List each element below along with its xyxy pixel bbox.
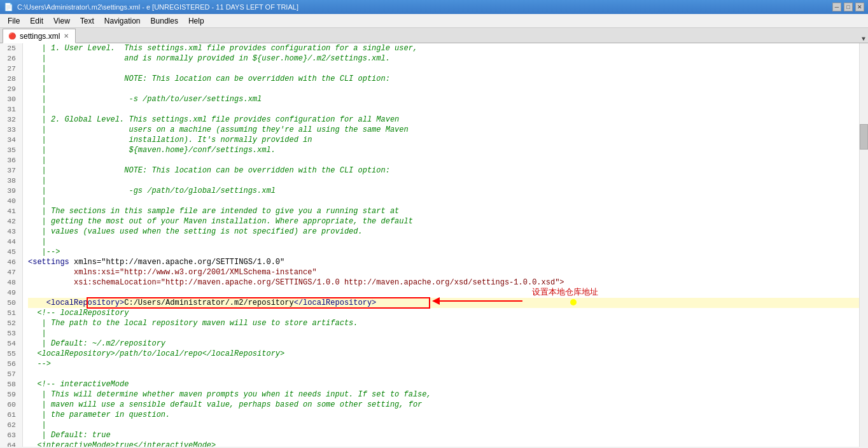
xml-icon: 🔴 bbox=[8, 32, 16, 39]
code-line-25: | 1. User Level. This settings.xml file … bbox=[28, 43, 859, 53]
line-number-39: 39 bbox=[0, 186, 18, 196]
code-line-49 bbox=[28, 288, 859, 298]
line-number-34: 34 bbox=[0, 135, 18, 145]
line-number-37: 37 bbox=[0, 165, 18, 176]
line-number-38: 38 bbox=[0, 176, 18, 186]
line-number-26: 26 bbox=[0, 53, 18, 64]
code-line-60: | maven will use a sensible default valu… bbox=[28, 400, 859, 410]
code-line-48: xsi:schemaLocation="http://maven.apache.… bbox=[28, 277, 859, 288]
editor: 2526272829303132333435363738394041424344… bbox=[0, 43, 868, 447]
line-number-48: 48 bbox=[0, 277, 18, 288]
code-line-39: | -gs /path/to/global/settings.xml bbox=[28, 186, 859, 196]
tab-label: settings.xml bbox=[20, 32, 60, 41]
code-line-34: | installation). It's normally provided … bbox=[28, 135, 859, 145]
code-line-63: | Default: true bbox=[28, 430, 859, 440]
tab-settings-xml[interactable]: 🔴 settings.xml ✕ bbox=[3, 29, 76, 43]
code-line-27: | bbox=[28, 64, 859, 74]
line-number-55: 55 bbox=[0, 349, 18, 359]
code-line-55: <localRepository>/path/to/local/repo</lo… bbox=[28, 349, 859, 359]
line-number-36: 36 bbox=[0, 155, 18, 165]
code-line-56: --> bbox=[28, 359, 859, 369]
line-number-53: 53 bbox=[0, 328, 18, 339]
code-line-59: | This will determine whether maven prom… bbox=[28, 389, 859, 400]
code-lines: | 1. User Level. This settings.xml file … bbox=[28, 43, 859, 447]
code-line-54: | Default: ~/.m2/repository bbox=[28, 339, 859, 349]
tab-close-button[interactable]: ✕ bbox=[64, 32, 69, 39]
code-line-61: | the parameter in question. bbox=[28, 410, 859, 420]
code-line-35: | ${maven.home}/conf/settings.xml. bbox=[28, 145, 859, 155]
code-line-41: | The sections in this sample file are i… bbox=[28, 206, 859, 216]
line-number-59: 59 bbox=[0, 389, 18, 400]
menu-view[interactable]: View bbox=[48, 15, 75, 27]
line-number-40: 40 bbox=[0, 196, 18, 206]
app-icon: 📄 bbox=[4, 3, 13, 11]
scrollbar-thumb[interactable] bbox=[860, 124, 868, 150]
code-line-46: <settings xmlns="http://maven.apache.org… bbox=[28, 257, 859, 267]
code-line-52: | The path to the local repository maven… bbox=[28, 318, 859, 328]
line-number-31: 31 bbox=[0, 104, 18, 115]
line-number-45: 45 bbox=[0, 247, 18, 257]
line-number-25: 25 bbox=[0, 43, 18, 53]
code-line-40: | bbox=[28, 196, 859, 206]
code-line-29: | bbox=[28, 84, 859, 94]
tab-bar: 🔴 settings.xml ✕ ▼ bbox=[0, 28, 868, 43]
line-number-58: 58 bbox=[0, 379, 18, 389]
line-number-29: 29 bbox=[0, 84, 18, 94]
code-line-33: | users on a machine (assuming they're a… bbox=[28, 125, 859, 135]
title-bar-controls[interactable]: ─ □ ✕ bbox=[832, 3, 864, 11]
line-number-35: 35 bbox=[0, 145, 18, 155]
line-number-51: 51 bbox=[0, 308, 18, 318]
scrollbar[interactable] bbox=[859, 43, 868, 447]
line-number-62: 62 bbox=[0, 420, 18, 430]
minimize-button[interactable]: ─ bbox=[832, 3, 841, 11]
menu-text[interactable]: Text bbox=[75, 15, 99, 27]
line-number-50: 50 bbox=[0, 298, 18, 308]
code-line-62: | bbox=[28, 420, 859, 430]
code-line-42: | getting the most out of your Maven ins… bbox=[28, 216, 859, 227]
line-number-60: 60 bbox=[0, 400, 18, 410]
line-number-56: 56 bbox=[0, 359, 18, 369]
line-number-41: 41 bbox=[0, 206, 18, 216]
maximize-button[interactable]: □ bbox=[844, 3, 853, 11]
line-number-61: 61 bbox=[0, 410, 18, 420]
title-bar-left: 📄 C:\Users\Administrator\.m2\settings.xm… bbox=[4, 3, 298, 11]
code-line-50: <localRepository>C:/Users/Administrator/… bbox=[28, 298, 859, 308]
line-number-33: 33 bbox=[0, 125, 18, 135]
line-number-64: 64 bbox=[0, 440, 18, 447]
code-content[interactable]: | 1. User Level. This settings.xml file … bbox=[23, 43, 859, 447]
line-number-47: 47 bbox=[0, 267, 18, 277]
code-line-38: | bbox=[28, 176, 859, 186]
line-number-63: 63 bbox=[0, 430, 18, 440]
code-line-36: | bbox=[28, 155, 859, 165]
code-line-47: xmlns:xsi="http://www.w3.org/2001/XMLSch… bbox=[28, 267, 859, 277]
menu-bar: File Edit View Text Navigation Bundles H… bbox=[0, 14, 868, 28]
close-button[interactable]: ✕ bbox=[855, 3, 864, 11]
line-number-42: 42 bbox=[0, 216, 18, 227]
line-number-43: 43 bbox=[0, 227, 18, 237]
line-number-44: 44 bbox=[0, 237, 18, 247]
title-bar-text: C:\Users\Administrator\.m2\settings.xml … bbox=[17, 3, 298, 11]
menu-file[interactable]: File bbox=[3, 15, 25, 27]
code-line-45: |--> bbox=[28, 247, 859, 257]
menu-help[interactable]: Help bbox=[183, 15, 209, 27]
code-line-58: <!-- interactiveMode bbox=[28, 379, 859, 389]
menu-navigation[interactable]: Navigation bbox=[99, 15, 146, 27]
tab-arrow[interactable]: ▼ bbox=[859, 36, 868, 43]
code-line-32: | 2. Global Level. This settings.xml fil… bbox=[28, 115, 859, 125]
code-line-31: | bbox=[28, 104, 859, 115]
menu-bundles[interactable]: Bundles bbox=[146, 15, 183, 27]
code-line-44: | bbox=[28, 237, 859, 247]
line-number-27: 27 bbox=[0, 64, 18, 74]
code-line-37: | NOTE: This location can be overridden … bbox=[28, 165, 859, 176]
title-bar: 📄 C:\Users\Administrator\.m2\settings.xm… bbox=[0, 0, 868, 14]
code-line-26: | and is normally provided in ${user.hom… bbox=[28, 53, 859, 64]
line-number-32: 32 bbox=[0, 115, 18, 125]
line-number-57: 57 bbox=[0, 369, 18, 379]
menu-edit[interactable]: Edit bbox=[25, 15, 48, 27]
line-number-49: 49 bbox=[0, 288, 18, 298]
code-line-53: | bbox=[28, 328, 859, 339]
code-line-28: | NOTE: This location can be overridden … bbox=[28, 74, 859, 84]
code-line-64: <interactiveMode>true</interactiveMode> bbox=[28, 440, 859, 447]
line-number-52: 52 bbox=[0, 318, 18, 328]
code-line-51: <!-- localRepository bbox=[28, 308, 859, 318]
